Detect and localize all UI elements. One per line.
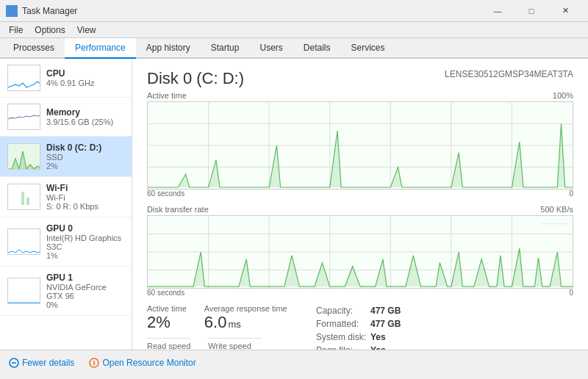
transfer-rate-label: Disk transfer rate 500 KB/s [147,205,573,214]
memory-info: Memory 3.9/15.6 GB (25%) [46,107,124,126]
open-resource-monitor-link[interactable]: Open Resource Monitor [89,358,196,368]
wifi-sub: Wi-Fi [46,193,124,202]
stats-left: Active time 2% Average response time 6.0… [147,304,294,350]
wifi-pct: S: 0 R: 0 Kbps [46,202,124,211]
sidebar-item-memory[interactable]: Memory 3.9/15.6 GB (25%) [0,98,132,137]
title-bar: Task Manager — □ ✕ [0,0,588,22]
disk0-info: Disk 0 (C: D:) SSD 2% [46,142,124,170]
wifi-graph [7,184,40,210]
memory-graph [7,104,40,130]
disk-info-table: Capacity: 477 GB Formatted: 477 GB Syste… [316,304,405,350]
gpu1-name: GPU 1 [46,272,124,283]
gpu0-graph [7,228,40,255]
fewer-details-icon [9,358,19,368]
active-time-chart-container: Active time 100% [147,91,573,198]
svg-rect-1 [12,7,16,11]
disk0-pct: 2% [46,162,124,170]
disk0-graph [7,143,40,170]
minimize-button[interactable]: — [481,0,514,22]
tab-app-history[interactable]: App history [136,38,201,59]
wifi-name: Wi-Fi [46,183,124,193]
memory-pct: 3.9/15.6 GB (25%) [46,118,124,126]
menu-bar: File Options View [0,22,588,38]
active-time-label: Active time 100% [147,91,573,100]
cpu-info: CPU 4% 0.91 GHz [46,68,124,87]
sidebar-item-disk0[interactable]: Disk 0 (C: D:) SSD 2% [0,137,132,177]
write-speed-stat: Write speed 135 KB/s [208,338,262,350]
read-speed-stat: Read speed 0 KB/s [147,338,190,350]
title-bar-controls: — □ ✕ [481,0,582,22]
menu-file[interactable]: File [3,24,29,37]
disk0-name: Disk 0 (C: D:) [46,142,124,153]
gpu1-sub: NVIDIA GeForce GTX 96 [46,283,124,300]
transfer-rate-chart-container: Disk transfer rate 500 KB/s [147,205,573,297]
capacity-row: Capacity: 477 GB [316,304,405,317]
window-title: Task Manager [22,6,77,16]
tab-processes[interactable]: Processes [3,38,65,59]
gpu0-info: GPU 0 Intel(R) HD Graphics S3C 1% [46,223,124,260]
tab-bar: Processes Performance App history Startu… [0,38,588,59]
transfer-rate-footer: 60 seconds 0 [147,289,573,297]
tab-users[interactable]: Users [249,38,293,59]
sidebar-item-cpu[interactable]: CPU 4% 0.91 GHz [0,59,132,98]
svg-rect-2 [7,12,11,15]
svg-rect-3 [12,12,16,15]
maximize-button[interactable]: □ [514,0,548,22]
resource-monitor-icon [89,358,99,368]
menu-options[interactable]: Options [29,24,71,37]
tab-services[interactable]: Services [341,38,395,59]
cpu-graph [7,65,40,91]
cpu-pct: 4% 0.91 GHz [46,79,124,87]
tab-performance[interactable]: Performance [65,38,136,59]
system-disk-row: System disk: Yes [316,331,405,344]
main-content: CPU 4% 0.91 GHz Memory 3.9/15.6 GB (25%) [0,59,588,350]
detail-panel: Disk 0 (C: D:) LENSE30512GMSP34MEAT3TA A… [132,59,588,350]
tab-details[interactable]: Details [293,38,341,59]
detail-header: Disk 0 (C: D:) LENSE30512GMSP34MEAT3TA [147,69,573,88]
cpu-name: CPU [46,68,124,79]
gpu1-graph [7,278,40,304]
gpu0-name: GPU 0 [46,223,124,234]
fewer-details-link[interactable]: Fewer details [9,358,74,368]
tab-startup[interactable]: Startup [201,38,250,59]
active-time-stat: Active time 2% [147,304,187,332]
detail-title: Disk 0 (C: D:) [147,69,244,88]
active-time-chart [147,101,573,190]
bottom-bar: Fewer details Open Resource Monitor [0,350,588,375]
title-bar-left: Task Manager [6,5,77,17]
svg-rect-4 [21,192,24,205]
memory-name: Memory [46,107,124,118]
sidebar-item-gpu0[interactable]: GPU 0 Intel(R) HD Graphics S3C 1% [0,217,132,267]
svg-rect-5 [26,198,29,205]
gpu1-pct: 0% [46,300,124,309]
svg-rect-0 [7,8,11,11]
wifi-info: Wi-Fi Wi-Fi S: 0 R: 0 Kbps [46,183,124,211]
gpu0-sub: Intel(R) HD Graphics S3C [46,234,124,251]
sidebar-item-wifi[interactable]: Wi-Fi Wi-Fi S: 0 R: 0 Kbps [0,177,132,217]
page-file-row: Page file: Yes [316,344,405,350]
sidebar-item-gpu1[interactable]: GPU 1 NVIDIA GeForce GTX 96 0% [0,267,132,316]
disk0-sub: SSD [46,153,124,162]
active-time-footer: 60 seconds 0 [147,190,573,198]
sidebar: CPU 4% 0.91 GHz Memory 3.9/15.6 GB (25%) [0,59,132,350]
gpu0-pct: 1% [46,251,124,260]
gpu1-info: GPU 1 NVIDIA GeForce GTX 96 0% [46,272,124,309]
avg-response-stat: Average response time 6.0 ms [204,304,287,332]
transfer-rate-chart [147,215,573,289]
detail-device-id: LENSE30512GMSP34MEAT3TA [445,69,573,79]
formatted-row: Formatted: 477 GB [316,317,405,331]
menu-view[interactable]: View [71,24,102,37]
app-icon [6,5,18,17]
close-button[interactable]: ✕ [548,0,582,22]
